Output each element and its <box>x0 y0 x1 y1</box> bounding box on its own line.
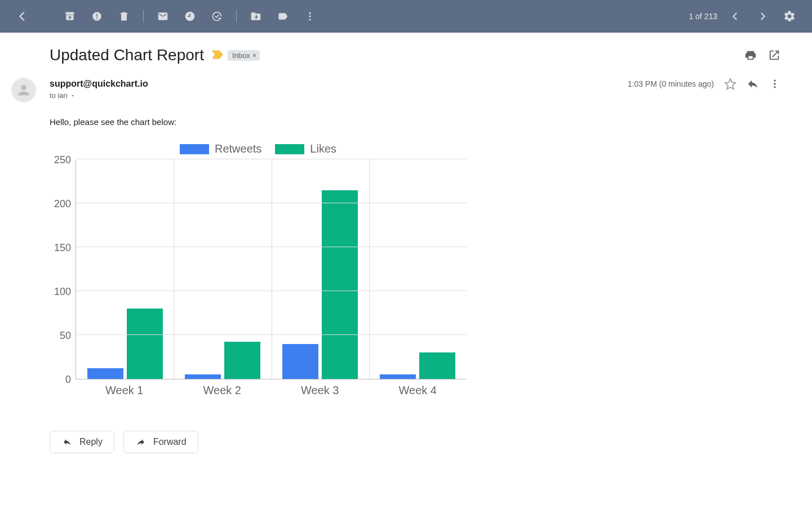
recipient-line[interactable]: to ian <box>50 91 76 100</box>
legend-label: Retweets <box>215 142 261 155</box>
back-button[interactable] <box>9 5 36 28</box>
reply-button[interactable]: Reply <box>50 431 114 453</box>
email-body-text: Hello, please see the chart below: <box>50 117 780 127</box>
bar-likes <box>127 309 163 379</box>
bar-group <box>369 160 467 379</box>
next-message-button[interactable] <box>749 5 776 28</box>
star-button[interactable] <box>724 78 736 90</box>
bar-group <box>76 160 174 379</box>
bar-retweets <box>380 374 416 379</box>
reply-icon <box>61 437 73 446</box>
svg-point-4 <box>774 83 775 84</box>
toolbar-divider <box>143 10 144 23</box>
prev-message-button[interactable] <box>722 5 749 28</box>
message-header: support@quickchart.io 1:03 PM (0 minutes… <box>11 78 780 397</box>
x-axis: Week 1Week 2Week 3Week 4 <box>76 379 467 397</box>
gridline-horizontal <box>76 159 467 159</box>
open-new-window-button[interactable] <box>768 49 780 61</box>
x-tick: Week 3 <box>271 384 369 397</box>
bar-group <box>174 160 271 379</box>
legend-swatch-retweets <box>180 144 209 154</box>
message-counter: 1 of 213 <box>689 12 717 21</box>
x-tick: Week 1 <box>76 384 174 397</box>
y-tick: 150 <box>54 242 71 254</box>
sender-address: support@quickchart.io <box>50 79 148 89</box>
label-chip-text: Inbox <box>232 51 250 60</box>
archive-button[interactable] <box>56 5 83 28</box>
svg-point-1 <box>309 15 310 17</box>
y-tick: 0 <box>65 374 71 386</box>
spam-button[interactable] <box>83 5 110 28</box>
print-button[interactable] <box>744 49 757 61</box>
reply-icon-button[interactable] <box>747 78 759 90</box>
subject-row: Updated Chart Report Inbox × <box>50 46 780 64</box>
delete-button[interactable] <box>110 5 137 28</box>
reply-forward-row: Reply Forward <box>50 431 780 453</box>
legend-item-likes: Likes <box>275 142 336 155</box>
svg-point-0 <box>309 12 310 14</box>
y-tick: 100 <box>54 286 71 298</box>
bar-likes <box>224 342 260 379</box>
inbox-label-chip[interactable]: Inbox × <box>228 50 260 61</box>
bar-retweets <box>87 368 123 379</box>
chart-legend: Retweets Likes <box>50 142 467 155</box>
gridline-vertical <box>272 160 272 379</box>
chart-plot: 050100150200250 <box>50 160 467 379</box>
chevron-down-icon <box>70 93 76 99</box>
category-icon <box>212 50 222 60</box>
x-tick: Week 2 <box>174 384 272 397</box>
y-tick: 200 <box>54 198 71 210</box>
message-timestamp: 1:03 PM (0 minutes ago) <box>628 79 714 88</box>
message-more-button[interactable] <box>769 78 780 90</box>
chart-container: Retweets Likes 050100150200250 Week 1Wee… <box>50 142 467 397</box>
svg-point-5 <box>774 86 775 88</box>
snooze-button[interactable] <box>176 5 203 28</box>
y-tick: 50 <box>60 330 71 342</box>
x-tick: Week 4 <box>369 384 467 397</box>
remove-label-icon[interactable]: × <box>252 51 257 60</box>
bar-group <box>272 160 369 379</box>
bar-retweets <box>185 374 221 379</box>
bar-likes <box>322 190 358 379</box>
gridline-vertical <box>369 160 370 379</box>
y-tick: 250 <box>54 154 71 166</box>
svg-point-2 <box>309 19 310 20</box>
bar-likes <box>419 352 455 379</box>
bar-retweets <box>282 344 318 379</box>
settings-button[interactable] <box>776 5 803 28</box>
toolbar-divider <box>236 10 237 23</box>
legend-item-retweets: Retweets <box>180 142 261 155</box>
legend-label: Likes <box>310 142 336 155</box>
email-subject: Updated Chart Report <box>50 46 204 64</box>
forward-icon <box>135 437 147 446</box>
forward-button[interactable]: Forward <box>123 431 198 453</box>
svg-point-3 <box>774 80 775 82</box>
y-axis: 050100150200250 <box>50 160 76 379</box>
move-button[interactable] <box>242 5 269 28</box>
plot-area <box>76 160 467 379</box>
sender-avatar <box>11 78 36 102</box>
email-toolbar: 1 of 213 <box>0 0 812 33</box>
legend-swatch-likes <box>275 144 304 154</box>
add-task-button[interactable] <box>203 5 230 28</box>
more-button[interactable] <box>296 5 323 28</box>
labels-button[interactable] <box>269 5 296 28</box>
gridline-vertical <box>174 160 174 379</box>
mark-unread-button[interactable] <box>149 5 176 28</box>
